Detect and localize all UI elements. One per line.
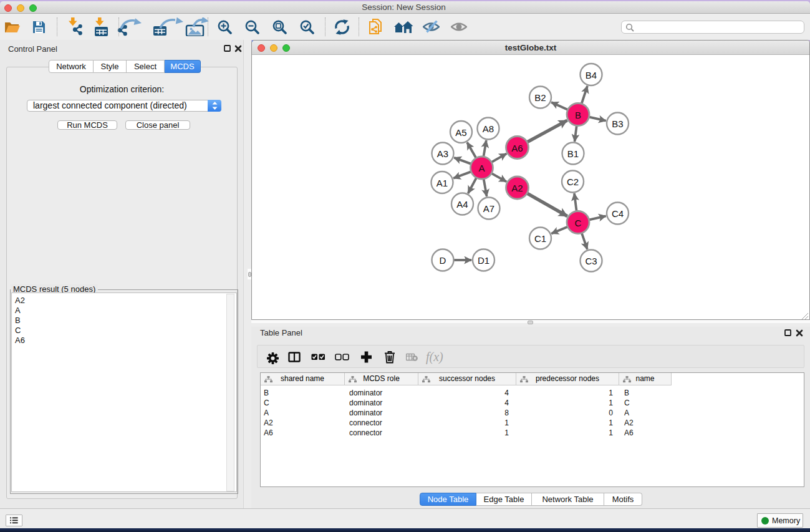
svg-text:B4: B4 (586, 70, 597, 80)
svg-text:C4: C4 (612, 208, 624, 219)
svg-text:A7: A7 (483, 203, 494, 214)
svg-text:A3: A3 (437, 148, 448, 159)
svg-text:A6: A6 (511, 143, 523, 153)
svg-text:A5: A5 (455, 127, 466, 138)
svg-text:D1: D1 (478, 255, 489, 266)
svg-text:A2: A2 (511, 183, 523, 193)
svg-text:A: A (478, 163, 485, 173)
svg-text:C3: C3 (585, 256, 597, 266)
svg-text:B1: B1 (567, 148, 579, 159)
svg-text:A8: A8 (483, 123, 494, 134)
svg-text:C2: C2 (567, 177, 579, 187)
svg-text:A4: A4 (456, 199, 468, 210)
svg-text:B2: B2 (534, 92, 546, 103)
svg-text:D: D (440, 255, 446, 266)
svg-text:B: B (575, 110, 581, 120)
svg-text:C: C (575, 218, 582, 228)
svg-text:A1: A1 (436, 178, 448, 188)
svg-text:B3: B3 (612, 118, 623, 129)
svg-text:C1: C1 (534, 233, 546, 244)
